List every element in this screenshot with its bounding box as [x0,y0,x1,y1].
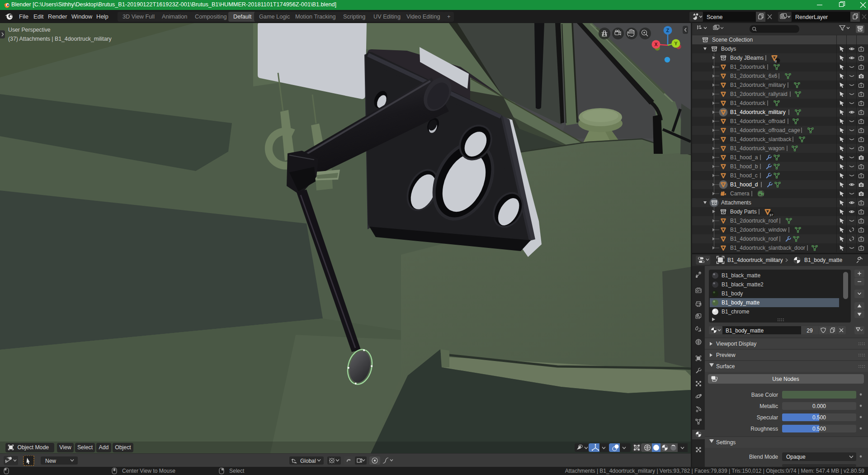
svg-text:Preview: Preview [716,352,736,358]
svg-text:Center View to Mouse: Center View to Mouse [122,468,175,474]
svg-text:37: 37 [769,213,774,217]
svg-text:B1_4doortruck_offroad: B1_4doortruck_offroad [730,118,785,124]
svg-text:B1_2doortruck_window: B1_2doortruck_window [730,227,787,233]
svg-text:0.500: 0.500 [812,414,826,421]
svg-text:B1_4doortruck_offroad_cage: B1_4doortruck_offroad_cage [730,127,800,133]
svg-text:Roughness: Roughness [750,426,778,432]
svg-text:B1_2doortruck_military: B1_2doortruck_military [730,82,786,88]
svg-text:Opaque: Opaque [786,454,806,460]
svg-text:B1_chrome: B1_chrome [722,309,750,315]
svg-text:Camera: Camera [730,190,750,197]
svg-text:Attachments: Attachments [721,200,751,206]
svg-text:8: 8 [775,59,777,63]
svg-text:Y: Y [674,41,677,46]
svg-text:0.000: 0.000 [812,403,826,409]
svg-text:New: New [45,458,56,464]
svg-text:B1_4doortruck_military: B1_4doortruck_military [730,109,786,115]
svg-text:B1_4doortruck_military: B1_4doortruck_military [727,257,783,263]
svg-text:B1_2doortruck_6x6: B1_2doortruck_6x6 [730,73,777,79]
svg-text:B1_4doortruck_roof: B1_4doortruck_roof [730,236,778,242]
svg-text:Viewport Display: Viewport Display [716,341,756,347]
svg-text:B1_body_matte: B1_body_matte [722,299,760,306]
svg-text:Scene: Scene [707,14,722,20]
svg-text:B1_hood_d: B1_hood_d [730,181,758,188]
svg-text:Global: Global [300,458,316,464]
svg-text:B1_2doortruck: B1_2doortruck [730,64,766,70]
svg-text:Scene Collection: Scene Collection [712,37,753,43]
svg-text:Body Parts: Body Parts [730,209,757,215]
svg-text:29: 29 [807,328,813,334]
svg-text:Use Nodes: Use Nodes [772,376,799,382]
svg-text:B1_2doortruck_rallyraid: B1_2doortruck_rallyraid [730,91,788,97]
svg-text:0.500: 0.500 [812,426,826,432]
svg-text:Settings: Settings [716,439,736,446]
svg-text:B1_body_matte: B1_body_matte [804,257,842,263]
svg-text:Blend Mode: Blend Mode [749,454,778,460]
svg-text:B1_4doortruck: B1_4doortruck [730,100,766,106]
svg-text:B1_body: B1_body [722,290,743,297]
svg-text:Surface: Surface [716,363,735,370]
svg-text:Select: Select [229,468,245,474]
svg-text:Bodys: Bodys [721,46,736,52]
svg-text:Metallic: Metallic [760,403,778,409]
svg-text:Base Color: Base Color [751,392,778,398]
svg-text:B1_hood_b: B1_hood_b [730,163,758,170]
svg-text:B1_black_matte: B1_black_matte [722,272,760,279]
svg-text:B1_black_matte2: B1_black_matte2 [722,281,764,288]
svg-text:B1_2doortruck_roof: B1_2doortruck_roof [730,218,778,224]
svg-text:Specular: Specular [757,414,778,421]
svg-text:B1_hood_a: B1_hood_a [730,154,758,161]
svg-text:B1_4doortruck_slantback_door: B1_4doortruck_slantback_door [730,245,805,251]
svg-text:Body JBeams: Body JBeams [730,55,764,61]
svg-text:X: X [654,42,657,47]
svg-text:Z: Z [666,28,670,33]
svg-text:RenderLayer: RenderLayer [795,14,828,20]
svg-text:B1_4doortruck_wagon: B1_4doortruck_wagon [730,145,784,152]
svg-text:B1_hood_c: B1_hood_c [730,172,758,179]
svg-text:B1_4doortruck_slantback: B1_4doortruck_slantback [730,136,792,142]
svg-text:B1_body_matte: B1_body_matte [726,328,764,334]
